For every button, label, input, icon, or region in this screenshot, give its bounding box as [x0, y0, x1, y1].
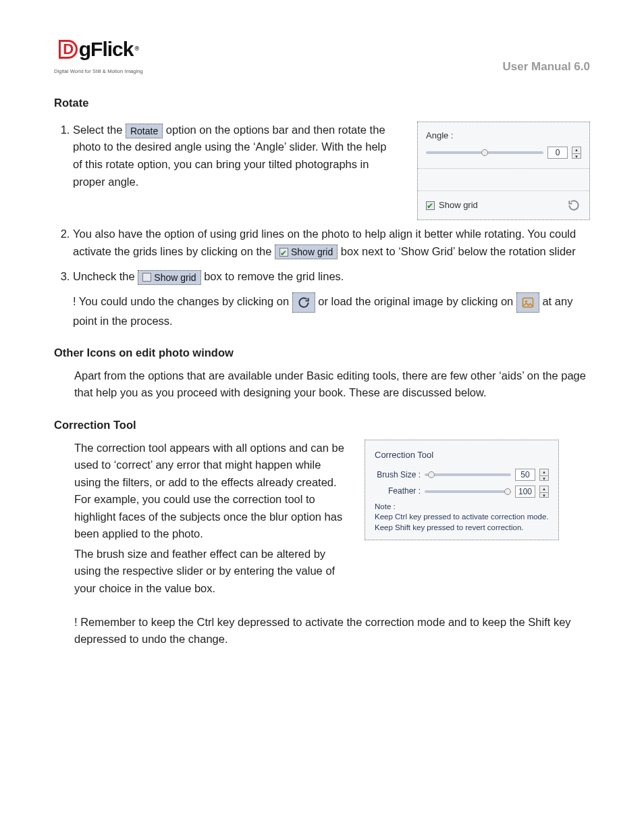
checkbox-unchecked-icon: [142, 273, 151, 282]
undo-note-pre: ! You could undo the changes by clicking…: [73, 295, 289, 307]
correction-heading: Correction Tool: [54, 417, 590, 434]
rotate-step1-pre: Select the: [73, 124, 126, 136]
original-image-icon[interactable]: [516, 292, 539, 313]
correction-note-line1: Keep Ctrl key pressed to activate correc…: [375, 512, 549, 523]
manual-title: User Manual 6.0: [503, 58, 590, 76]
rotate-step3-pre: Uncheck the: [73, 270, 138, 282]
other-icons-body: Apart from the options that are availabl…: [74, 367, 590, 402]
feather-label: Feather :: [375, 485, 421, 498]
rotate-step3-post: box to remove the grid lines.: [204, 270, 344, 282]
angle-label: Angle :: [426, 129, 581, 142]
angle-value-box[interactable]: 0: [547, 147, 568, 159]
brand-logo: D gFlick ® Digital World for Still & Mot…: [54, 34, 143, 75]
brush-size-slider[interactable]: [425, 473, 511, 476]
reset-icon[interactable]: [566, 198, 581, 213]
correction-bottom-note: ! Remember to keep the Ctrl key depresse…: [74, 614, 590, 648]
rotate-chip[interactable]: Rotate: [126, 124, 163, 138]
angle-spinner[interactable]: ▲ ▼: [572, 147, 581, 159]
correction-panel-title: Correction Tool: [375, 448, 549, 462]
correction-note-line2: Keep Shift key pressed to revert correct…: [375, 523, 549, 533]
correction-tool-panel: Correction Tool Brush Size : 50 ▲▼ Feath…: [365, 440, 559, 541]
other-icons-heading: Other Icons on edit photo window: [54, 344, 590, 362]
rotate-step-3: Uncheck the Show grid box to remove the …: [73, 268, 590, 330]
correction-p2: The brush size and feather effect can be…: [74, 546, 344, 598]
feather-value[interactable]: 100: [515, 486, 535, 498]
brush-size-spinner[interactable]: ▲▼: [539, 469, 549, 481]
show-grid-chip-checked[interactable]: Show grid: [275, 244, 338, 259]
angle-panel: Angle : 0 ▲ ▼ Show grid: [417, 122, 590, 220]
show-grid-chip-label: Show grid: [291, 245, 333, 259]
show-grid-chip-label-2: Show grid: [154, 271, 196, 284]
brush-size-value[interactable]: 50: [515, 469, 535, 481]
logo-wordmark: gFlick: [79, 34, 134, 66]
feather-spinner[interactable]: ▲▼: [539, 486, 549, 498]
feather-slider[interactable]: [425, 490, 511, 493]
logo-d-icon: D: [59, 40, 78, 59]
angle-slider[interactable]: [426, 151, 543, 154]
rotate-heading: Rotate: [54, 95, 590, 112]
svg-point-1: [525, 300, 527, 302]
show-grid-checkbox[interactable]: [426, 201, 435, 210]
show-grid-label: Show grid: [439, 199, 478, 212]
rotate-step2-post: box next to ‘Show Grid’ below the rotati…: [341, 245, 576, 257]
logo-tagline: Digital World for Still & Motion Imaging: [54, 68, 143, 76]
undo-icon[interactable]: [292, 292, 315, 313]
logo-registered: ®: [134, 45, 138, 54]
show-grid-chip-unchecked[interactable]: Show grid: [138, 270, 200, 285]
checkbox-checked-icon: [279, 248, 288, 257]
spinner-down-icon[interactable]: ▼: [572, 154, 581, 160]
spinner-up-icon[interactable]: ▲: [572, 147, 581, 154]
brush-size-label: Brush Size :: [375, 469, 421, 481]
correction-note-label: Note :: [375, 502, 549, 513]
undo-note-mid: or load the original image by clicking o…: [318, 295, 516, 307]
rotate-step-1: Select the Rotate option on the options …: [73, 122, 397, 190]
correction-p1: The correction tool appears with all opt…: [74, 440, 344, 543]
rotate-step-2: You also have the option of using grid l…: [73, 226, 590, 260]
